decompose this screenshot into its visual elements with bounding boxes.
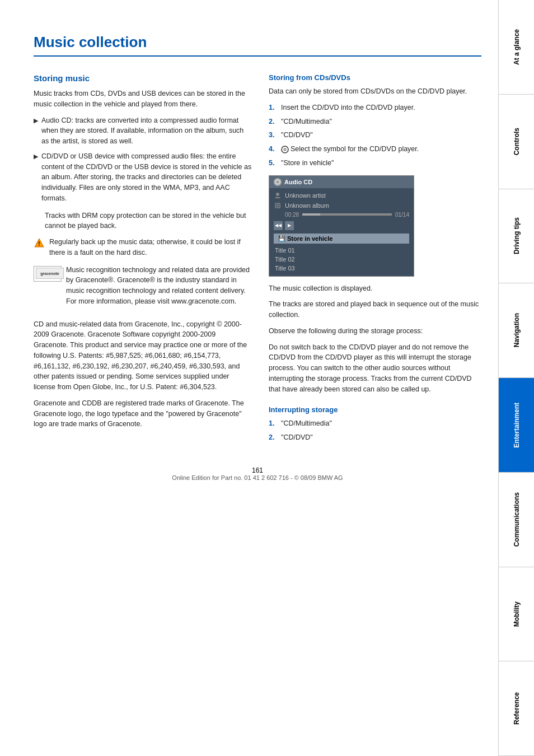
step-text: "CD/DVD" — [281, 130, 313, 141]
sidebar-tab-entertainment[interactable]: Entertainment — [499, 378, 534, 473]
interrupting-heading: Interrupting storage — [269, 405, 481, 414]
sidebar-tab-label: Mobility — [513, 601, 521, 627]
step-number: 2. — [269, 432, 278, 443]
step-text: "CD/DVD" — [281, 432, 313, 443]
list-item: ▶ Audio CD: tracks are converted into a … — [34, 115, 252, 147]
sidebar-tab-mobility[interactable]: Mobility — [499, 567, 534, 662]
store-button[interactable]: 💾 Store in vehicle — [274, 234, 409, 244]
warning-box: ! Regularly back up the music data; othe… — [34, 237, 252, 258]
sidebar-tab-label: At a glance — [513, 29, 521, 65]
sidebar-tab-label: Entertainment — [513, 403, 521, 448]
cd-track-count: 01/14 — [395, 212, 409, 218]
cd-controls: ◀◀ ▶ — [274, 221, 409, 230]
svg-point-4 — [282, 146, 288, 153]
drm-note: Tracks with DRM copy protection can be s… — [34, 211, 252, 232]
album-row: Unknown album — [274, 202, 409, 209]
step-number: 1. — [269, 102, 278, 113]
list-item: 2. "CD/Multimedia" — [269, 116, 481, 127]
svg-point-8 — [276, 193, 279, 196]
sidebar-tab-reference[interactable]: Reference — [499, 661, 534, 756]
cd-title-item: Title 02 — [274, 255, 409, 264]
tri-arrow-icon: ▶ — [34, 152, 38, 204]
progress-row: 00:28 01/14 — [274, 212, 409, 218]
artist-icon — [274, 192, 282, 199]
list-item: 4. Select the symbol for the CD/DVD play… — [269, 144, 481, 155]
audio-cd-icon — [274, 179, 281, 185]
unknown-artist-text: Unknown artist — [285, 192, 326, 199]
cd-header: Audio CD — [269, 176, 414, 188]
sidebar-tab-navigation[interactable]: Navigation — [499, 283, 534, 378]
storing-cds-heading: Storing from CDs/DVDs — [269, 73, 481, 82]
observe-heading: Observe the following during the storage… — [269, 326, 481, 337]
cd-player-icon — [281, 146, 289, 153]
cd-title-list: Title 01 Title 02 Title 03 — [274, 246, 409, 273]
list-item-text: CD/DVD or USB device with compressed aud… — [41, 151, 252, 204]
sidebar-tab-communications[interactable]: Communications — [499, 473, 534, 567]
after-screenshot-text1: The music collection is displayed. — [269, 283, 481, 294]
gracenote-box: gracenote Music recognition technology a… — [34, 265, 252, 312]
right-column: Storing from CDs/DVDs Data can only be s… — [269, 73, 481, 450]
observe-text: Do not switch back to the CD/DVD player … — [269, 342, 481, 395]
svg-text:gracenote: gracenote — [40, 272, 59, 276]
interrupting-section: Interrupting storage 1. "CD/Multimedia" … — [269, 405, 481, 443]
page-title: Music collection — [34, 34, 481, 57]
prev-button[interactable]: ◀◀ — [274, 221, 283, 230]
gracenote-trademark: Gracenote and CDDB are registered trade … — [34, 398, 252, 430]
list-item: 5. "Store in vehicle" — [269, 158, 481, 169]
list-item: 2. "CD/DVD" — [269, 432, 481, 443]
warning-icon: ! — [34, 237, 45, 249]
sidebar-tab-label: Communications — [513, 492, 521, 547]
page-wrapper: Music collection Storing music Music tra… — [0, 0, 534, 756]
sidebar-tab-driving-tips[interactable]: Driving tips — [499, 189, 534, 284]
svg-point-10 — [277, 204, 279, 207]
store-button-label: Store in vehicle — [287, 235, 332, 242]
step-number: 1. — [269, 418, 278, 429]
page-footer: 161 Online Edition for Part no. 01 41 2 … — [34, 466, 481, 481]
sidebar-tab-controls[interactable]: Controls — [499, 95, 534, 189]
storing-cds-intro: Data can only be stored from CDs/DVDs on… — [269, 86, 481, 97]
gracenote-text-block: Music recognition technology and related… — [66, 265, 252, 312]
step-number: 4. — [269, 144, 278, 155]
gracenote-intro: Music recognition technology and related… — [66, 265, 252, 307]
gracenote-copyright: CD and music-related data from Gracenote… — [34, 319, 252, 393]
storing-steps-list: 1. Insert the CD/DVD into the CD/DVD pla… — [269, 102, 481, 169]
interrupting-steps-list: 1. "CD/Multimedia" 2. "CD/DVD" — [269, 418, 481, 443]
step-number: 3. — [269, 130, 278, 141]
unknown-album-text: Unknown album — [285, 202, 329, 209]
sidebar-tab-at-a-glance[interactable]: At a glance — [499, 0, 534, 95]
step-number: 2. — [269, 116, 278, 127]
list-item-text: Audio CD: tracks are converted into a co… — [41, 115, 252, 147]
storing-music-heading: Storing music — [34, 73, 252, 83]
cd-progress-bar — [302, 213, 392, 216]
list-item: ▶ CD/DVD or USB device with compressed a… — [34, 151, 252, 204]
cd-body: Unknown artist Unknown album — [269, 188, 414, 276]
sidebar-tab-label: Controls — [513, 128, 521, 155]
cd-screenshot: Audio CD Unknown artist — [269, 175, 414, 277]
cd-title-item: Title 03 — [274, 264, 409, 273]
cd-header-icon — [274, 178, 282, 186]
left-column: Storing music Music tracks from CDs, DVD… — [34, 73, 252, 450]
after-screenshot-text2: The tracks are stored and played back in… — [269, 299, 481, 320]
cd-header-text: Audio CD — [284, 179, 312, 185]
page-number: 161 — [34, 466, 481, 474]
album-icon — [274, 202, 282, 209]
step-text: "Store in vehicle" — [281, 158, 334, 169]
sidebar-tab-label: Reference — [513, 692, 521, 725]
cd-progress-fill — [302, 213, 320, 216]
gracenote-logo: gracenote — [34, 266, 62, 282]
svg-text:!: ! — [38, 241, 40, 247]
two-column-layout: Storing music Music tracks from CDs, DVD… — [34, 73, 481, 450]
bullet-list: ▶ Audio CD: tracks are converted into a … — [34, 115, 252, 204]
sidebar-tab-label: Navigation — [513, 313, 521, 347]
artist-row: Unknown artist — [274, 192, 409, 199]
svg-point-7 — [277, 181, 279, 183]
cd-title-item: Title 01 — [274, 246, 409, 255]
step-text: "CD/Multimedia" — [281, 116, 332, 127]
step-number: 5. — [269, 158, 278, 169]
footer-text: Online Edition for Part no. 01 41 2 602 … — [34, 474, 481, 481]
list-item: 1. Insert the CD/DVD into the CD/DVD pla… — [269, 102, 481, 113]
play-button[interactable]: ▶ — [285, 221, 294, 230]
list-item: 3. "CD/DVD" — [269, 130, 481, 141]
main-content: Music collection Storing music Music tra… — [0, 0, 498, 756]
cd-time: 00:28 — [285, 212, 299, 218]
